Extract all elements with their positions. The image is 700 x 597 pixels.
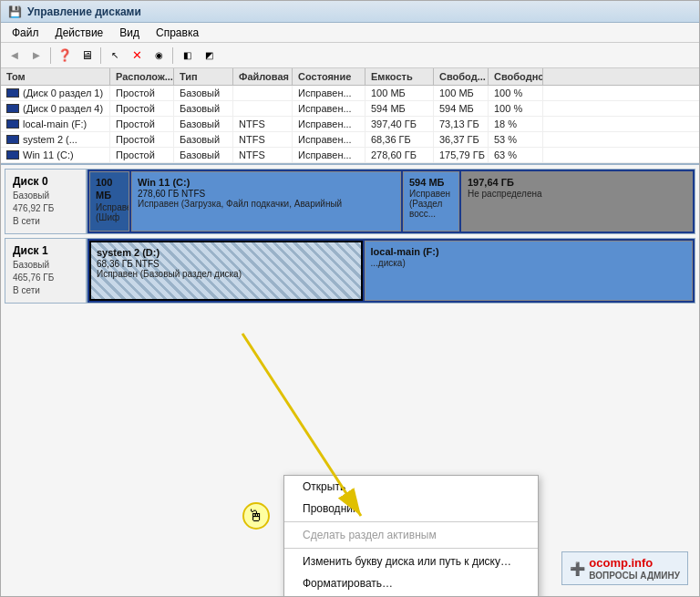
td-vol: system 2 (... bbox=[1, 132, 110, 147]
td-type: Базовый bbox=[174, 132, 233, 147]
menu-file[interactable]: Файл bbox=[5, 25, 46, 41]
col-freepct: Свободно % bbox=[489, 68, 543, 85]
help-button[interactable]: ❓ bbox=[55, 46, 75, 66]
disk-type: Базовый bbox=[13, 190, 78, 202]
td-freepct: 18 % bbox=[489, 117, 543, 131]
disk-parts-disk0: 100 МБИсправен (ШифWin 11 (C:)278,60 ГБ … bbox=[88, 170, 695, 233]
disk-type: Базовый bbox=[13, 259, 78, 272]
td-fs: NTFS bbox=[233, 148, 293, 162]
disk-name: Диск 1 bbox=[13, 244, 78, 257]
td-layout: Простой bbox=[110, 117, 174, 131]
watermark: ➕ ocomp.info ВОПРОСЫ АДМИНУ bbox=[561, 551, 688, 585]
disk-partition[interactable]: system 2 (D:)68,36 ГБ NTFSИсправен (Базо… bbox=[89, 241, 363, 301]
td-type: Базовый bbox=[174, 86, 233, 100]
table-row[interactable]: (Диск 0 раздел 4) Простой Базовый Исправ… bbox=[1, 101, 699, 117]
menu-help[interactable]: Справка bbox=[149, 25, 206, 41]
disk-area: Диск 0 Базовый 476,92 ГБ В сети 100 МБИс… bbox=[1, 165, 699, 596]
partition-status: Исправен (Шиф bbox=[96, 202, 123, 222]
td-fs bbox=[233, 101, 293, 116]
context-menu: ОткрытьПроводникСделать раздел активнымИ… bbox=[283, 475, 539, 596]
disk-status: В сети bbox=[13, 215, 78, 228]
disk-status: В сети bbox=[13, 284, 78, 297]
menu-action[interactable]: Действие bbox=[48, 25, 111, 41]
disk-name: Диск 0 bbox=[13, 175, 78, 188]
td-type: Базовый bbox=[174, 101, 233, 116]
watermark-text: ocomp.info ВОПРОСЫ АДМИНУ bbox=[589, 556, 680, 581]
partition-label: local-main (F:) bbox=[371, 245, 687, 258]
td-layout: Простой bbox=[110, 86, 174, 100]
td-vol: (Диск 0 раздел 4) bbox=[1, 101, 110, 116]
td-freepct: 100 % bbox=[489, 101, 543, 116]
refresh-button[interactable]: ◉ bbox=[149, 46, 169, 66]
td-free: 175,79 ГБ bbox=[434, 148, 489, 162]
menu-view[interactable]: Вид bbox=[112, 25, 147, 41]
td-vol: local-main (F:) bbox=[1, 117, 110, 131]
title-bar: 💾 Управление дисками bbox=[1, 1, 699, 23]
ctx-item-форматировать…[interactable]: Форматировать… bbox=[284, 572, 538, 594]
col-layout: Располож... bbox=[110, 68, 174, 85]
view2-button[interactable]: ◩ bbox=[199, 46, 219, 66]
col-free: Свобод... bbox=[434, 68, 489, 85]
td-vol: Win 11 (C:) bbox=[1, 148, 110, 162]
ctx-item-сделать-раздел-актив: Сделать раздел активным bbox=[284, 524, 538, 546]
partition-label: 100 МБ bbox=[96, 176, 123, 202]
ctx-item-проводник[interactable]: Проводник bbox=[284, 498, 538, 520]
partition-size: 68,36 ГБ NTFS bbox=[97, 259, 355, 269]
delete-button[interactable]: ✕ bbox=[127, 46, 147, 66]
view1-button[interactable]: ◧ bbox=[177, 46, 197, 66]
partition-size: 278,60 ГБ NTFS bbox=[138, 189, 395, 199]
partition-status: ...диска) bbox=[371, 258, 687, 268]
td-layout: Простой bbox=[110, 101, 174, 116]
td-cap: 594 МБ bbox=[365, 101, 434, 116]
arrow-button[interactable]: ↖ bbox=[105, 46, 125, 66]
vol-icon bbox=[6, 135, 19, 144]
vol-icon bbox=[6, 104, 19, 113]
disk-partition[interactable]: Win 11 (C:)278,60 ГБ NTFSИсправен (Загру… bbox=[131, 171, 401, 232]
context-menu-separator bbox=[284, 521, 538, 522]
properties-button[interactable]: 🖥 bbox=[77, 46, 97, 66]
td-free: 100 МБ bbox=[434, 86, 489, 100]
disk-partition[interactable]: 100 МБИсправен (Шиф bbox=[89, 171, 129, 232]
table-row[interactable]: system 2 (... Простой Базовый NTFS Испра… bbox=[1, 132, 699, 148]
td-cap: 68,36 ГБ bbox=[365, 132, 434, 147]
td-cap: 100 МБ bbox=[365, 86, 434, 100]
disk-partition[interactable]: local-main (F:)...диска) bbox=[365, 241, 694, 301]
disk-partition[interactable]: 197,64 ГБНе распределена bbox=[461, 171, 693, 232]
disk-row-disk1: Диск 1 Базовый 465,76 ГБ В сети system 2… bbox=[5, 238, 695, 304]
col-status: Состояние bbox=[293, 68, 365, 85]
disk-parts-disk1: system 2 (D:)68,36 ГБ NTFSИсправен (Базо… bbox=[88, 239, 695, 303]
partition-label: 594 МБ bbox=[409, 176, 453, 189]
td-vol: (Диск 0 раздел 1) bbox=[1, 86, 110, 100]
td-layout: Простой bbox=[110, 148, 174, 162]
td-fs bbox=[233, 86, 293, 100]
table-body: (Диск 0 раздел 1) Простой Базовый Исправ… bbox=[1, 86, 699, 163]
td-cap: 397,40 ГБ bbox=[365, 117, 434, 131]
window-title: Управление дисками bbox=[27, 5, 141, 18]
col-vol: Том bbox=[1, 68, 110, 85]
disk-partition[interactable]: 594 МБИсправен (Раздел восс... bbox=[403, 171, 459, 232]
td-status: Исправен... bbox=[293, 132, 365, 147]
td-freepct: 100 % bbox=[489, 86, 543, 100]
ctx-item-открыть[interactable]: Открыть bbox=[284, 476, 538, 498]
td-type: Базовый bbox=[174, 148, 233, 162]
table-row[interactable]: local-main (F:) Простой Базовый NTFS Исп… bbox=[1, 117, 699, 132]
context-menu-separator bbox=[284, 548, 538, 549]
partition-status: Исправен (Загрузка, Файл подкачки, Авари… bbox=[138, 199, 395, 209]
td-status: Исправен... bbox=[293, 101, 365, 116]
td-type: Базовый bbox=[174, 117, 233, 131]
td-status: Исправен... bbox=[293, 86, 365, 100]
disk-label-disk0: Диск 0 Базовый 476,92 ГБ В сети bbox=[5, 170, 88, 233]
ctx-item-изменить-букву-диска[interactable]: Изменить букву диска или путь к диску… bbox=[284, 551, 538, 572]
table-row[interactable]: Win 11 (C:) Простой Базовый NTFS Исправе… bbox=[1, 148, 699, 163]
table-row[interactable]: (Диск 0 раздел 1) Простой Базовый Исправ… bbox=[1, 86, 699, 101]
partition-label: 197,64 ГБ bbox=[468, 176, 686, 189]
td-fs: NTFS bbox=[233, 132, 293, 147]
back-button[interactable]: ◄ bbox=[5, 46, 25, 66]
forward-button[interactable]: ► bbox=[26, 46, 46, 66]
col-type: Тип bbox=[174, 68, 233, 85]
vol-icon bbox=[6, 88, 19, 98]
td-layout: Простой bbox=[110, 132, 174, 147]
partition-label: Win 11 (C:) bbox=[138, 176, 395, 189]
vol-icon bbox=[6, 119, 19, 129]
main-content: Том Располож... Тип Файловая с... Состоя… bbox=[1, 68, 699, 596]
